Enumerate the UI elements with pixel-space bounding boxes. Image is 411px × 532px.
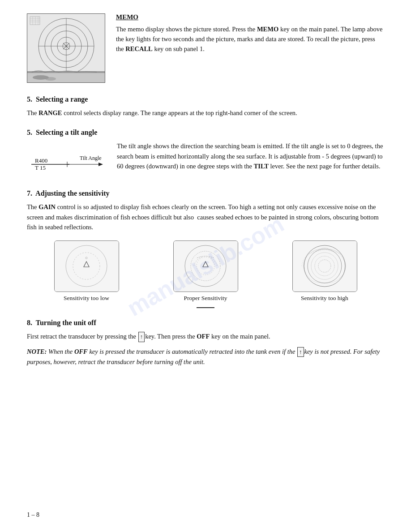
section-7-heading: 7. Adjusting the sensitivity — [27, 189, 384, 197]
sensitivity-low-label: Sensitivity too low — [64, 295, 109, 302]
section-tilt-angle: 5. Selecting a tilt angle R400 T 15 Tilt… — [27, 129, 384, 179]
memo-sonar-image — [27, 13, 105, 83]
svg-text:T 15: T 15 — [35, 164, 46, 171]
turn-off-paragraph-1: First retract the transducer by pressing… — [27, 331, 384, 342]
memo-section: MEMO The memo display shows the picture … — [27, 13, 384, 83]
tilt-body-text: The tilt angle shows the direction the s… — [117, 141, 384, 171]
svg-point-20 — [45, 77, 56, 81]
svg-text:Tilt Angle: Tilt Angle — [80, 155, 102, 161]
sensitivity-high-item: Sensitivity too high — [292, 240, 357, 302]
section-5a-heading: 5. Selecting a range — [27, 95, 384, 103]
tilt-text: The tilt angle shows the direction the s… — [117, 141, 384, 179]
up-key-symbol: ↑ — [138, 332, 145, 342]
page: manualslib.com — [0, 0, 411, 532]
section-5b-heading: 5. Selecting a tilt angle — [27, 129, 384, 137]
svg-marker-25 — [98, 163, 103, 166]
memo-text-block: MEMO The memo display shows the picture … — [116, 13, 384, 83]
section-selecting-range: 5. Selecting a range The RANGE control s… — [27, 95, 384, 118]
section-sensitivity: 7. Adjusting the sensitivity The GAIN co… — [27, 189, 384, 308]
svg-rect-33 — [174, 241, 238, 292]
memo-heading: MEMO — [116, 13, 384, 21]
sensitivity-low-item: Sensitivity too low — [54, 240, 119, 302]
svg-rect-28 — [55, 241, 119, 292]
svg-rect-18 — [27, 71, 105, 73]
sensitivity-proper-image — [173, 240, 238, 292]
turn-off-note: NOTE: When the OFF key is pressed the tr… — [27, 347, 384, 367]
section-8-heading: 8. Turning the unit off — [27, 319, 384, 327]
tilt-diagram: R400 T 15 Tilt Angle — [27, 141, 110, 179]
section-5a-text: The RANGE control selects display range.… — [27, 108, 384, 118]
section-7-text: The GAIN control is so adjusted to displ… — [27, 202, 384, 232]
up-key-symbol-2: ↑ — [297, 347, 304, 357]
sensitivity-low-image — [54, 240, 119, 292]
sensitivity-images-row: Sensitivity too low — [27, 240, 384, 302]
tilt-section-content: R400 T 15 Tilt Angle The tilt angle show… — [27, 141, 384, 179]
sensitivity-proper-item: Proper Sensitivity — [173, 240, 238, 302]
memo-body-text: The memo display shows the picture store… — [116, 25, 384, 54]
sensitivity-high-label: Sensitivity too high — [301, 295, 348, 302]
sensitivity-high-image — [292, 240, 357, 292]
section-turn-off: 8. Turning the unit off First retract th… — [27, 319, 384, 367]
sensitivity-proper-label: Proper Sensitivity — [184, 295, 227, 302]
svg-rect-38 — [293, 241, 357, 292]
page-number: 1 – 8 — [27, 511, 39, 519]
svg-text:R400: R400 — [35, 157, 47, 164]
section-divider — [197, 307, 214, 308]
